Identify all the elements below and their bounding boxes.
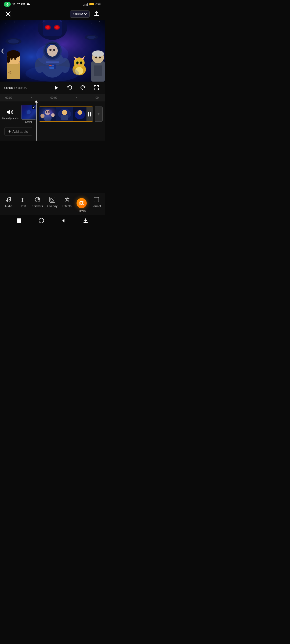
svg-point-10 [5,24,6,24]
clip-frame-2 [56,107,73,121]
cover-thumbnail [21,105,36,120]
signal-bar-4 [87,3,88,6]
speaker-icon [6,108,14,116]
ruler-mark-2: 00:02 [50,96,57,99]
ruler-dot-2 [76,97,77,98]
svg-point-99 [6,200,8,202]
cover-label: Cover [25,120,32,123]
svg-point-89 [51,113,55,117]
overlay-icon [49,196,56,203]
toolbar-item-stickers[interactable]: Stickers [31,195,44,208]
circle-icon [38,218,44,224]
clip-scene-3 [73,107,86,121]
battery-fill [89,3,94,5]
svg-rect-109 [17,218,21,223]
fullscreen-button[interactable] [92,84,100,92]
add-audio-label: Add audio [12,130,28,134]
svg-point-85 [44,115,52,121]
filters-label: Filters [78,209,86,213]
playhead [36,101,37,141]
ruler-marks: 00:00 00:02 00: [0,96,105,99]
toolbar-item-overlay[interactable]: Overlay [46,195,59,208]
toolbar-item-text[interactable]: T Text [16,195,30,208]
svg-rect-66 [7,56,10,63]
status-left: 11:07 PM [4,2,31,7]
status-time: 11:07 PM [12,3,25,6]
system-nav [0,215,105,226]
time-separator: / [14,86,15,90]
redo-button[interactable] [79,84,87,92]
add-audio-plus-icon: + [8,129,11,134]
status-right: 79% [84,3,101,6]
video-preview[interactable]: 42 ❮ [0,20,105,82]
svg-marker-79 [55,86,58,90]
svg-rect-6 [94,15,99,16]
svg-rect-76 [94,65,102,76]
timeline-track: Mute clip audio Cover [0,104,105,125]
svg-point-56 [80,62,82,64]
mute-icon [6,108,14,116]
close-button[interactable] [4,10,12,18]
svg-point-17 [91,24,92,24]
export-button[interactable] [92,10,101,18]
signal-bar-2 [85,4,85,6]
toolbar-item-effects[interactable]: Effects [60,195,74,208]
cover-thumb-icon [25,108,33,116]
mic-icon [6,3,9,6]
svg-point-92 [62,110,67,115]
svg-point-32 [87,36,96,39]
svg-rect-0 [7,3,8,5]
svg-point-67 [10,58,13,60]
play-button[interactable] [52,84,60,92]
music-note-icon [5,196,12,203]
top-toolbar: 1080P [0,8,105,20]
svg-point-12 [24,25,24,25]
text-icon: T [20,196,26,203]
stickers-icon-container [34,196,41,203]
ruler-mark-end: 00: [96,96,99,99]
cover-button[interactable]: Cover [21,105,37,123]
toolbar-item-filters[interactable]: Filters [75,195,88,213]
close-x-icon [5,11,11,17]
svg-point-18 [99,21,100,22]
format-icon [93,196,100,203]
pencil-icon [32,106,35,109]
add-audio-button[interactable]: + Add audio [4,127,32,136]
prev-frame-button[interactable]: ❮ [1,48,5,54]
ruler-dot-1 [31,97,32,98]
redo-icon [80,85,86,91]
svg-point-11 [15,22,15,22]
add-clip-button[interactable]: + [95,107,103,122]
back-button[interactable] [59,216,68,225]
svg-point-57 [78,64,80,65]
overlay-label: Overlay [47,204,57,208]
effects-label: Effects [63,204,71,208]
mute-clip-button[interactable]: Mute clip audio [2,108,19,120]
recents-button[interactable] [37,216,46,225]
svg-point-81 [27,110,31,114]
download-button[interactable] [81,216,90,225]
video-scene: 42 [0,20,105,82]
svg-point-73 [92,50,104,57]
svg-point-68 [14,58,16,60]
timeline-area: Mute clip audio Cover [0,101,105,141]
toolbar-item-format[interactable]: Format [90,195,103,208]
undo-button[interactable] [66,84,74,92]
svg-rect-93 [61,115,68,120]
status-bar: 11:07 PM 79% [0,0,105,8]
audio-icon [5,196,12,203]
format-icon-container [93,196,100,203]
clip-strip[interactable] [39,107,93,122]
svg-point-16 [75,22,75,22]
resolution-button[interactable]: 1080P [70,10,90,18]
text-icon-container: T [19,196,27,203]
home-button[interactable] [15,216,24,225]
svg-text:T: T [21,197,24,203]
stickers-label: Stickers [32,204,43,208]
clip-pause-button[interactable] [86,107,93,122]
toolbar-item-audio[interactable]: Audio [2,195,15,208]
download-icon [83,218,88,223]
svg-rect-97 [88,112,89,116]
back-arrow-icon [61,218,66,223]
svg-rect-98 [90,112,91,116]
